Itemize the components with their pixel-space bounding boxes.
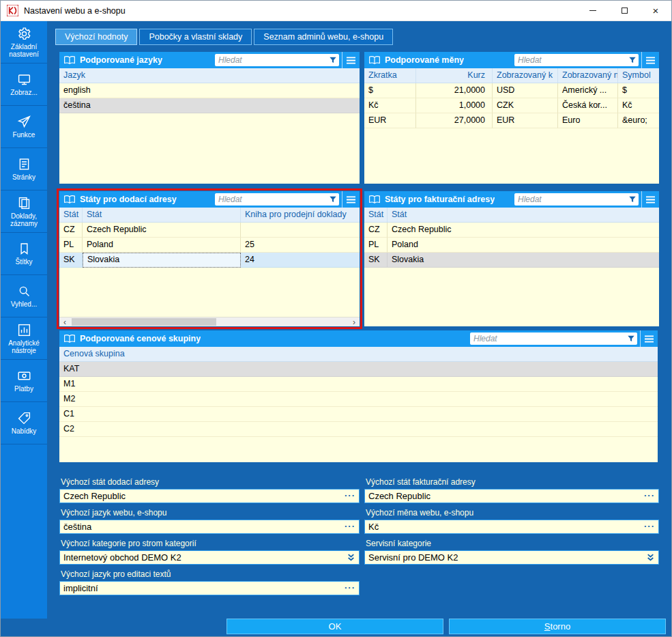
menu-icon[interactable]: [640, 330, 658, 347]
cell-editor[interactable]: Slovakia: [83, 253, 241, 268]
scrollbar-track[interactable]: [70, 317, 349, 326]
ellipsis-button[interactable]: ···: [342, 582, 359, 594]
cell-cenova-skupina: M2: [59, 392, 658, 407]
cell-symbol: Kč: [618, 98, 659, 113]
column-header-stat[interactable]: Stát: [83, 208, 241, 222]
horizontal-scrollbar[interactable]: ‹ ›: [59, 317, 360, 326]
sidebar-item-vyhledavani[interactable]: Vyhled...: [1, 275, 47, 317]
ok-button[interactable]: OK: [227, 619, 443, 634]
chevron-double-down-icon[interactable]: [646, 553, 658, 562]
table-row[interactable]: čeština: [59, 98, 360, 113]
column-header-kurz[interactable]: Kurz: [416, 68, 493, 83]
table-row[interactable]: M1: [59, 377, 658, 392]
sidebar-item-stitky[interactable]: Štítky: [1, 233, 47, 275]
field-web-currency: Výchozí měna webu, e-shopu Kč ···: [364, 508, 659, 534]
sidebar-item-stranky[interactable]: Stránky: [1, 148, 47, 190]
scrollbar-thumb[interactable]: [72, 318, 216, 326]
sidebar-item-label: Základní nastavení: [2, 43, 46, 58]
table-row[interactable]: SK Slovakia 24: [59, 253, 360, 268]
storno-button[interactable]: Storno: [449, 619, 666, 634]
table-row[interactable]: SK Slovakia: [364, 253, 659, 268]
sidebar-item-zobrazeni[interactable]: Zobraz...: [1, 63, 47, 106]
sidebar-item-doklady-zaznamy[interactable]: Doklady, záznamy: [1, 190, 47, 233]
cell-symbol: $: [618, 83, 659, 98]
close-button[interactable]: ×: [640, 1, 671, 20]
tab-pobocky-sklady[interactable]: Pobočky a vlastní sklady: [139, 29, 252, 45]
ellipsis-button[interactable]: ···: [342, 521, 359, 533]
column-header-zobrazovany-nazev[interactable]: Zobrazovaný n: [558, 68, 618, 83]
menu-icon[interactable]: [342, 52, 360, 68]
search-input[interactable]: [215, 195, 329, 204]
category-tree-input[interactable]: Internetový obchod DEMO K2: [59, 550, 360, 565]
filter-icon[interactable]: [628, 195, 637, 203]
table-row[interactable]: Kč 1,0000 CZK Česká kor... Kč: [364, 98, 659, 113]
filter-icon[interactable]: [329, 56, 337, 64]
sidebar: Základní nastavení Zobraz... Funkce Strá…: [1, 21, 47, 619]
table-row[interactable]: C2: [59, 422, 658, 437]
minimize-button[interactable]: [577, 1, 609, 20]
filter-icon[interactable]: [627, 335, 635, 343]
cell-kurz: 1,0000: [416, 98, 493, 113]
table-row[interactable]: english: [59, 83, 360, 98]
settings-window: Nastavení webu a e-shopu × Základní nast…: [0, 0, 672, 637]
sidebar-item-funkce[interactable]: Funkce: [1, 106, 47, 148]
maximize-button[interactable]: [609, 1, 640, 20]
column-header-stat-kod[interactable]: Stát: [364, 208, 388, 222]
search-input[interactable]: [514, 195, 628, 204]
table-row[interactable]: PL Poland: [364, 238, 659, 253]
scroll-left-button[interactable]: ‹: [59, 317, 70, 326]
shipping-state-input[interactable]: Czech Republic ···: [59, 489, 360, 503]
column-header-kniha[interactable]: Kniha pro prodejní doklady: [241, 208, 360, 222]
table-row[interactable]: EUR 27,0000 EUR Euro &euro;: [364, 113, 659, 128]
sidebar-item-zakladni-nastaveni[interactable]: Základní nastavení: [1, 21, 47, 63]
column-header-stat-kod[interactable]: Stát: [59, 208, 83, 222]
scroll-right-button[interactable]: ›: [349, 317, 360, 326]
menu-icon[interactable]: [641, 191, 659, 208]
column-header-jazyk[interactable]: Jazyk: [59, 68, 360, 83]
filter-icon[interactable]: [628, 56, 637, 64]
menu-icon[interactable]: [641, 52, 659, 68]
table-row[interactable]: CZ Czech Republic: [364, 223, 659, 238]
cell-cenova-skupina: KAT: [59, 362, 658, 377]
table-row[interactable]: KAT: [59, 362, 658, 377]
sidebar-item-nabidky[interactable]: Nabídky: [1, 402, 47, 444]
web-currency-input[interactable]: Kč ···: [364, 520, 659, 534]
sidebar-item-platby[interactable]: Platby: [1, 360, 47, 402]
send-icon: [17, 115, 31, 129]
edit-language-input[interactable]: implicitní ···: [59, 581, 360, 595]
table-row[interactable]: C1: [59, 407, 658, 422]
search-input[interactable]: [514, 55, 628, 65]
table-row[interactable]: PL Poland 25: [59, 238, 360, 253]
sidebar-item-analyticke-nastroje[interactable]: Analytické nástroje: [1, 317, 47, 360]
search-input[interactable]: [470, 334, 627, 343]
field-shipping-state: Výchozí stát dodací adresy Czech Republi…: [59, 477, 360, 503]
filter-icon[interactable]: [329, 195, 337, 203]
search-box: [215, 54, 339, 66]
menu-icon[interactable]: [342, 191, 360, 208]
cell-stat: Poland: [388, 238, 659, 253]
column-header-stat[interactable]: Stát: [388, 208, 659, 222]
table-row[interactable]: $ 21,0000 USD Americký ... $: [364, 83, 659, 98]
ellipsis-button[interactable]: ···: [642, 490, 658, 502]
tab-seznam-adminu[interactable]: Seznam adminů webu, e-shopu: [254, 29, 393, 45]
ellipsis-button[interactable]: ···: [642, 521, 658, 533]
column-header-cenova-skupina[interactable]: Cenová skupina: [59, 347, 658, 361]
field-value: Czech Republic: [60, 491, 342, 501]
search-input[interactable]: [215, 55, 329, 65]
table-row[interactable]: M2: [59, 392, 658, 407]
column-header-zkratka[interactable]: Zkratka: [364, 68, 416, 83]
service-category-input[interactable]: Servisní pro DEMO K2: [364, 550, 659, 565]
sidebar-item-label: Doklady, záznamy: [2, 212, 46, 227]
ellipsis-button[interactable]: ···: [342, 490, 359, 502]
billing-state-input[interactable]: Czech Republic ···: [364, 489, 659, 503]
column-header-zobrazovany-kod[interactable]: Zobrazovaný k: [493, 68, 558, 83]
web-language-input[interactable]: čeština ···: [59, 520, 360, 534]
cell-jazyk: čeština: [59, 98, 360, 113]
window-body: Základní nastavení Zobraz... Funkce Strá…: [1, 21, 671, 636]
table-row[interactable]: CZ Czech Republic: [59, 223, 360, 238]
tab-vychozi-hodnoty[interactable]: Výchozí hodnoty: [55, 29, 137, 45]
column-header-symbol[interactable]: Symbol: [618, 68, 659, 83]
field-web-language: Výchozí jazyk webu, e-shopu čeština ···: [59, 508, 360, 534]
main-content: Výchozí hodnoty Pobočky a vlastní sklady…: [47, 21, 671, 636]
chevron-double-down-icon[interactable]: [347, 553, 359, 562]
